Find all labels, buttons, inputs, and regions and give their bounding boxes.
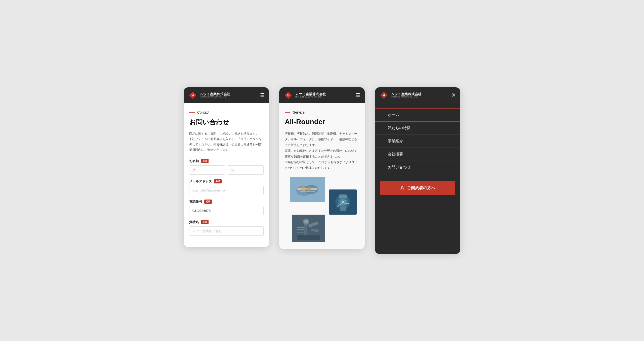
svg-text:M: M — [191, 94, 194, 97]
service-label-text: Service — [293, 110, 305, 114]
nav-menu-content: ホーム 私たちの特徴 事業紹介 会社概要 お問い合わせ — [375, 103, 460, 254]
nav-label-contact: お問い合わせ — [388, 165, 411, 170]
company-label: 貴社名 — [189, 220, 199, 224]
screen2-service: M ムツミ産業株式会社 MUTSUMI SANGYO CO.,LTD. ☰ Se… — [279, 87, 365, 250]
phone-field-group: 電話番号 必須 — [189, 200, 264, 215]
screen1-contact: M ムツミ産業株式会社 MUTSUMI SANGYO CO.,LTD. ☰ Co… — [184, 87, 269, 247]
phone-required-badge: 必須 — [204, 200, 212, 204]
logo-en-3: MUTSUMI SANGYO CO.,LTD. — [391, 96, 422, 98]
email-label: メールアドレス — [189, 179, 212, 184]
phone-label-row: 電話番号 必須 — [189, 200, 264, 204]
email-field-group: メールアドレス 必須 — [189, 179, 264, 195]
nav-item-features[interactable]: 私たちの特徴 — [375, 122, 460, 135]
logo-jp: ムツミ産業株式会社 — [200, 92, 230, 96]
logo-icon: M — [188, 91, 197, 100]
svg-rect-16 — [340, 206, 346, 211]
svg-point-10 — [307, 187, 311, 191]
header-contact: M ムツミ産業株式会社 MUTSUMI SANGYO CO.,LTD. ☰ — [184, 87, 269, 103]
phone-label: 電話番号 — [189, 200, 202, 204]
svg-rect-21 — [297, 235, 320, 240]
svg-point-32 — [401, 186, 403, 188]
svg-rect-15 — [339, 194, 347, 198]
first-name-input[interactable] — [228, 165, 264, 175]
service-image-3 — [292, 215, 325, 242]
contact-content: Contact お問い合わせ 商品に関するご質問・ご相談のご連絡を承ります。下記… — [184, 103, 269, 247]
company-required-badge: 必須 — [201, 220, 209, 224]
svg-point-26 — [304, 220, 308, 223]
header-nav: M ムツミ産業株式会社 MUTSUMI SANGYO CO.,LTD. ✕ — [375, 87, 460, 103]
nav-label-home: ホーム — [388, 113, 399, 117]
contact-description: 商品に関するご質問・ご相談のご連絡を承ります。下記フォームに必要事項を入力し、「… — [189, 131, 264, 153]
svg-text:M: M — [287, 94, 290, 97]
name-label: お名前 — [189, 159, 199, 163]
first-name-wrapper — [228, 165, 264, 175]
service-page-title: All-Rounder — [285, 118, 359, 126]
logo-jp-2: ムツミ産業株式会社 — [295, 92, 326, 96]
logo-en: MUTSUMI SANGYO CO.,LTD. — [200, 96, 230, 98]
company-label-row: 貴社名 必須 — [189, 220, 264, 224]
header-service: M ムツミ産業株式会社 MUTSUMI SANGYO CO.,LTD. ☰ — [279, 87, 365, 103]
logo-text: ムツミ産業株式会社 MUTSUMI SANGYO CO.,LTD. — [200, 92, 230, 98]
service-image-1 — [290, 177, 325, 202]
screen3-nav: M ムツミ産業株式会社 MUTSUMI SANGYO CO.,LTD. ✕ ホー… — [375, 87, 460, 254]
section-label-contact: Contact — [189, 110, 264, 114]
email-required-badge: 必須 — [214, 179, 222, 183]
svg-rect-8 — [300, 191, 315, 192]
logo-icon-2: M — [284, 91, 293, 100]
nav-dash-contact — [381, 167, 384, 167]
logo-area: M ムツミ産業株式会社 MUTSUMI SANGYO CO.,LTD. — [188, 91, 230, 100]
svg-text:M: M — [383, 94, 385, 97]
nav-label-features: 私たちの特徴 — [388, 126, 411, 130]
nav-dash-about — [381, 154, 384, 154]
company-input[interactable] — [189, 226, 264, 236]
email-label-row: メールアドレス 必須 — [189, 179, 264, 184]
svg-point-19 — [342, 201, 344, 203]
section-label-text: Contact — [197, 110, 209, 114]
logo-text-2: ムツミ産業株式会社 MUTSUMI SANGYO CO.,LTD. — [295, 92, 326, 98]
logo-text-3: ムツミ産業株式会社 MUTSUMI SANGYO CO.,LTD. — [391, 92, 422, 98]
nav-dash-business — [381, 141, 384, 141]
section-dash-2 — [285, 112, 290, 113]
last-name-wrapper — [189, 165, 225, 175]
nav-item-business[interactable]: 事業紹介 — [375, 135, 460, 148]
close-icon[interactable]: ✕ — [451, 92, 456, 99]
name-field-group: お名前 必須 — [189, 159, 264, 175]
company-field-group: 貴社名 必須 — [189, 220, 264, 236]
nav-label-business: 事業紹介 — [388, 139, 403, 143]
svg-point-9 — [302, 187, 306, 191]
section-label-service: Service — [285, 110, 359, 114]
hamburger-icon[interactable]: ☰ — [260, 92, 265, 98]
service-image-2 — [329, 189, 357, 215]
name-label-row: お名前 必須 — [189, 159, 264, 163]
service-body: 溶接機、溶接治具、周辺装置（集塵機、ナットフィーダ、ボルトフィーダ）、溶接ワイヤ… — [285, 131, 359, 171]
nav-item-contact[interactable]: お問い合わせ — [375, 161, 460, 174]
hamburger-icon-2[interactable]: ☰ — [356, 92, 360, 98]
contractor-btn-label: ご契約者の方へ — [407, 185, 435, 191]
email-input[interactable] — [189, 186, 264, 195]
name-fields-row — [189, 165, 264, 175]
logo-area-2: M ムツミ産業株式会社 MUTSUMI SANGYO CO.,LTD. — [284, 91, 326, 100]
logo-icon-3: M — [379, 91, 388, 100]
logo-area-3: M ムツミ産業株式会社 MUTSUMI SANGYO CO.,LTD. — [379, 91, 422, 100]
user-icon — [400, 186, 405, 190]
last-name-input[interactable] — [189, 165, 225, 175]
service-image-collage — [285, 177, 359, 242]
contractor-button[interactable]: ご契約者の方へ — [380, 181, 455, 195]
nav-dash-home — [381, 115, 384, 115]
section-dash — [189, 112, 195, 113]
contact-page-title: お問い合わせ — [189, 118, 264, 127]
logo-jp-3: ムツミ産業株式会社 — [391, 92, 422, 96]
logo-en-2: MUTSUMI SANGYO CO.,LTD. — [295, 96, 326, 98]
nav-item-home[interactable]: ホーム — [375, 108, 460, 122]
nav-dash-features — [381, 128, 384, 128]
phone-input[interactable] — [189, 206, 264, 215]
name-required-badge: 必須 — [201, 159, 209, 163]
nav-label-about: 会社概要 — [388, 152, 403, 157]
service-content: Service All-Rounder 溶接機、溶接治具、周辺装置（集塵機、ナッ… — [279, 103, 365, 250]
screens-container: M ムツミ産業株式会社 MUTSUMI SANGYO CO.,LTD. ☰ Co… — [184, 87, 460, 254]
nav-item-about[interactable]: 会社概要 — [375, 148, 460, 161]
